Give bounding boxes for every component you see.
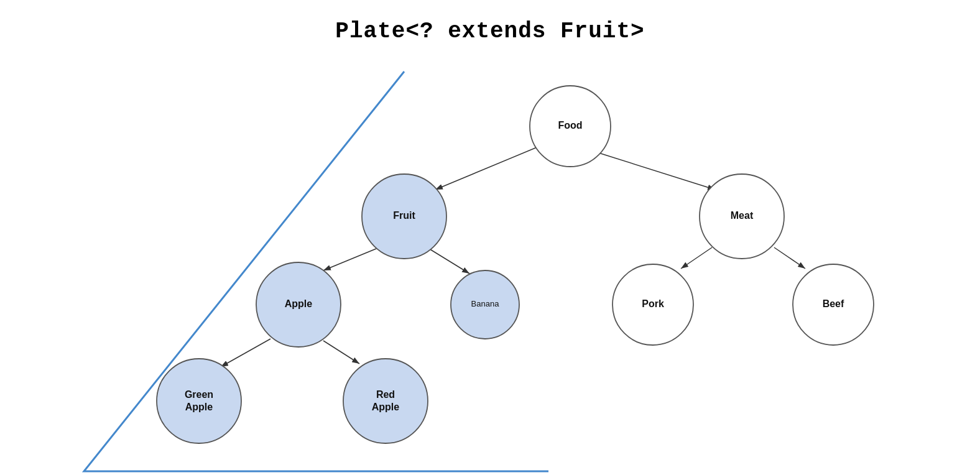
diagram: Food Fruit Meat Apple Banana Pork Beef G…: [0, 0, 980, 475]
node-greenapple: [157, 359, 241, 443]
arrow-food-fruit: [435, 143, 547, 190]
arrow-meat-beef: [774, 247, 805, 269]
label-pork: Pork: [642, 298, 664, 309]
label-meat: Meat: [731, 210, 754, 221]
label-redapple-2: Apple: [372, 402, 400, 412]
label-fruit: Fruit: [393, 210, 415, 221]
arrow-fruit-apple: [323, 249, 376, 270]
label-greenapple-1: Green: [185, 389, 213, 400]
label-beef: Beef: [823, 298, 844, 309]
label-banana: Banana: [471, 299, 500, 308]
label-apple: Apple: [285, 298, 313, 309]
label-greenapple-2: Apple: [185, 402, 213, 412]
main-canvas: Plate<? extends Fruit> Food Fruit: [0, 0, 980, 475]
arrow-fruit-banana: [429, 249, 469, 274]
label-redapple-1: Red: [376, 389, 395, 400]
arrow-meat-pork: [681, 247, 712, 269]
node-redapple: [343, 359, 428, 443]
arrow-apple-redapple: [323, 341, 359, 364]
label-food: Food: [558, 120, 582, 131]
arrow-food-meat: [597, 152, 715, 190]
arrow-apple-greenapple: [221, 339, 270, 367]
